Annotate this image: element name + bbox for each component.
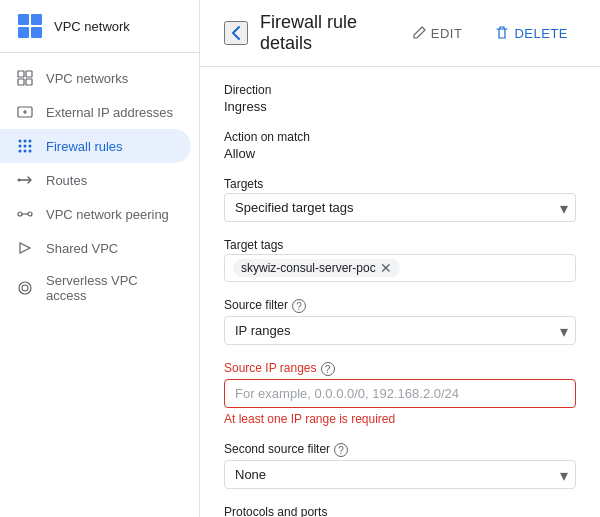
direction-field: Direction Ingress	[224, 83, 576, 114]
page-title: Firewall rule details	[260, 12, 403, 54]
action-value: Allow	[224, 146, 576, 161]
source-ip-field: Source IP ranges ? At least one IP range…	[224, 361, 576, 426]
direction-label: Direction	[224, 83, 576, 97]
tag-item: skywiz-consul-server-poc ✕	[233, 259, 400, 277]
source-ip-error: At least one IP range is required	[224, 412, 576, 426]
peering-icon	[16, 205, 34, 223]
svg-point-18	[18, 179, 21, 182]
svg-point-12	[19, 145, 22, 148]
sidebar-item-label: Firewall rules	[46, 139, 123, 154]
target-tags-field: Target tags skywiz-consul-server-poc ✕	[224, 238, 576, 282]
svg-rect-7	[26, 79, 32, 85]
source-filter-select-wrapper: IP ranges ▾	[224, 316, 576, 345]
sidebar-item-vpc-peering[interactable]: VPC network peering	[0, 197, 191, 231]
svg-rect-4	[18, 71, 24, 77]
action-label: Action on match	[224, 130, 576, 144]
sidebar-nav: VPC networks External IP addresses	[0, 53, 199, 311]
svg-point-19	[18, 212, 22, 216]
sidebar-item-label: Shared VPC	[46, 241, 118, 256]
edit-label: EDIT	[431, 26, 463, 41]
second-source-label-row: Second source filter ?	[224, 442, 576, 458]
sidebar-item-firewall-rules[interactable]: Firewall rules	[0, 129, 191, 163]
delete-label: DELETE	[514, 26, 568, 41]
delete-button[interactable]: DELETE	[486, 19, 576, 47]
sidebar-title: VPC network	[54, 19, 130, 34]
layers-icon	[16, 69, 34, 87]
main-content: Firewall rule details EDIT DELETE Direct…	[200, 0, 600, 517]
svg-point-21	[19, 282, 31, 294]
second-source-field: Second source filter ? None ▾	[224, 442, 576, 489]
source-ip-input[interactable]	[224, 379, 576, 408]
sidebar-item-routes[interactable]: Routes	[0, 163, 191, 197]
header-left: Firewall rule details	[224, 12, 403, 54]
source-ip-label-row: Source IP ranges ?	[224, 361, 576, 377]
sidebar-item-label: Routes	[46, 173, 87, 188]
source-filter-field: Source filter ? IP ranges ▾	[224, 298, 576, 345]
sidebar: VPC network VPC networks External I	[0, 0, 200, 517]
svg-rect-2	[18, 27, 29, 38]
targets-label: Targets	[224, 177, 576, 191]
svg-rect-6	[18, 79, 24, 85]
protocols-label: Protocols and ports	[224, 505, 576, 517]
direction-value: Ingress	[224, 99, 576, 114]
tag-input-wrapper[interactable]: skywiz-consul-server-poc ✕	[224, 254, 576, 282]
targets-field: Targets Specified target tags ▾	[224, 177, 576, 222]
routes-icon	[16, 171, 34, 189]
tag-close-button[interactable]: ✕	[380, 261, 392, 275]
svg-point-20	[28, 212, 32, 216]
sidebar-item-label: External IP addresses	[46, 105, 173, 120]
svg-point-9	[19, 140, 22, 143]
svg-point-11	[29, 140, 32, 143]
svg-point-15	[19, 150, 22, 153]
svg-point-14	[29, 145, 32, 148]
source-filter-label: Source filter	[224, 298, 288, 312]
sidebar-item-shared-vpc[interactable]: Shared VPC	[0, 231, 191, 265]
sidebar-item-external-ip[interactable]: External IP addresses	[0, 95, 191, 129]
action-field: Action on match Allow	[224, 130, 576, 161]
svg-rect-1	[31, 14, 42, 25]
target-tags-label: Target tags	[224, 238, 576, 252]
source-filter-help-icon[interactable]: ?	[292, 299, 306, 313]
form-content: Direction Ingress Action on match Allow …	[200, 67, 600, 517]
header-actions: EDIT DELETE	[403, 19, 576, 47]
shared-vpc-icon	[16, 239, 34, 257]
svg-point-16	[24, 150, 27, 153]
targets-select-wrapper: Specified target tags ▾	[224, 193, 576, 222]
second-source-select[interactable]: None	[224, 460, 576, 489]
source-ip-label: Source IP ranges	[224, 361, 317, 375]
second-source-label: Second source filter	[224, 442, 330, 456]
back-button[interactable]	[224, 21, 248, 45]
svg-rect-3	[31, 27, 42, 38]
svg-rect-0	[18, 14, 29, 25]
external-ip-icon	[16, 103, 34, 121]
sidebar-header: VPC network	[0, 0, 199, 53]
second-source-select-wrapper: None ▾	[224, 460, 576, 489]
sidebar-item-label: VPC networks	[46, 71, 128, 86]
vpc-logo-icon	[16, 12, 44, 40]
source-filter-select[interactable]: IP ranges	[224, 316, 576, 345]
sidebar-item-label: VPC network peering	[46, 207, 169, 222]
svg-rect-5	[26, 71, 32, 77]
source-ip-help-icon[interactable]: ?	[321, 362, 335, 376]
svg-point-10	[24, 140, 27, 143]
svg-point-17	[29, 150, 32, 153]
firewall-icon	[16, 137, 34, 155]
second-source-help-icon[interactable]: ?	[334, 443, 348, 457]
targets-select[interactable]: Specified target tags	[224, 193, 576, 222]
source-filter-label-row: Source filter ?	[224, 298, 576, 314]
tag-value: skywiz-consul-server-poc	[241, 261, 376, 275]
sidebar-item-serverless-vpc[interactable]: Serverless VPC access	[0, 265, 191, 311]
main-header: Firewall rule details EDIT DELETE	[200, 0, 600, 67]
svg-point-13	[24, 145, 27, 148]
edit-button[interactable]: EDIT	[403, 19, 471, 47]
serverless-icon	[16, 279, 34, 297]
sidebar-item-label: Serverless VPC access	[46, 273, 175, 303]
sidebar-item-vpc-networks[interactable]: VPC networks	[0, 61, 191, 95]
protocols-field: Protocols and ports Allow all Specified …	[224, 505, 576, 517]
